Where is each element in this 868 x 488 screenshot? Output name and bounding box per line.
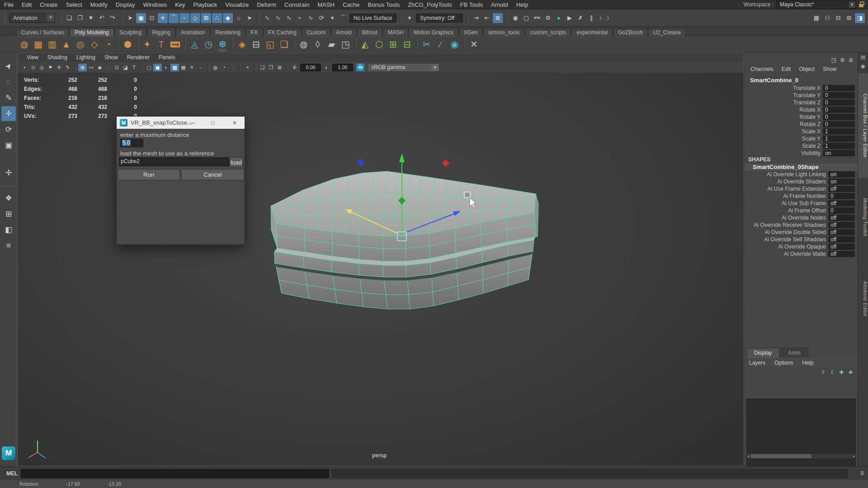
- outliner-persp-layout-icon[interactable]: ≡: [1, 238, 16, 253]
- menu-item[interactable]: Bonus Tools: [364, 0, 404, 9]
- hypershade-icon[interactable]: ●: [554, 13, 564, 23]
- panel-menu-item[interactable]: Panels: [154, 54, 180, 61]
- render-settings-icon[interactable]: ⚙: [543, 13, 553, 23]
- script-editor-icon[interactable]: ≣: [860, 470, 864, 476]
- pin-panel-icon[interactable]: ◳: [831, 57, 836, 63]
- workspace-lock-icon[interactable]: [859, 1, 864, 8]
- show-output-icon[interactable]: ⇤: [482, 13, 492, 23]
- poly-torus-icon[interactable]: ◎: [73, 37, 87, 52]
- menu-item[interactable]: Edit: [18, 0, 36, 9]
- channel-box-strip-icon[interactable]: ▤: [858, 52, 868, 61]
- cancel-button[interactable]: Cancel: [181, 169, 244, 180]
- bookmark-icon[interactable]: ⚑: [46, 64, 55, 71]
- close-button[interactable]: ✕: [227, 117, 242, 129]
- shelf-tab[interactable]: Poly Modeling: [70, 28, 113, 37]
- shelf-tab[interactable]: FX Caching: [263, 28, 302, 37]
- scrollbar-thumb[interactable]: [751, 454, 811, 458]
- extrude-icon[interactable]: ❏: [277, 37, 291, 52]
- layer-strip-icon[interactable]: ◉: [858, 61, 868, 70]
- make-live-icon[interactable]: ∴: [212, 13, 222, 23]
- poly-disc-icon[interactable]: ◔: [101, 37, 115, 52]
- select-by-component-icon[interactable]: ⊡: [147, 13, 157, 23]
- menu-item[interactable]: Windows: [139, 0, 171, 9]
- combine-icon[interactable]: ◈: [235, 37, 249, 52]
- maximize-button[interactable]: □: [205, 117, 221, 129]
- shelf-tab[interactable]: FX: [246, 28, 263, 37]
- mirror-icon[interactable]: ◭: [358, 37, 372, 52]
- menu-item[interactable]: Arnold: [487, 0, 512, 9]
- connect-icon[interactable]: ∕: [434, 37, 448, 52]
- snap-to-projected-center-icon[interactable]: ◇: [190, 13, 200, 23]
- move-layer-down-icon[interactable]: ⇩: [830, 369, 835, 375]
- platonic-solid-icon[interactable]: ⬢: [121, 37, 135, 52]
- menu-item[interactable]: Create: [36, 0, 61, 9]
- shelf-tab[interactable]: Custom: [302, 28, 330, 37]
- collapse-arrow-icon[interactable]: ❭: [599, 15, 602, 20]
- layer-editor-tab[interactable]: Display: [746, 348, 779, 358]
- poly-cylinder-icon[interactable]: ▥: [45, 37, 59, 52]
- history-curve-icon[interactable]: ∿: [273, 13, 283, 23]
- sweep-mesh-icon[interactable]: ✦: [140, 37, 154, 52]
- delete-edge-icon[interactable]: ✕: [467, 37, 481, 52]
- set-time-icon[interactable]: ◷: [202, 37, 216, 52]
- shelf-tab[interactable]: Curves / Surfaces: [16, 28, 69, 37]
- magnet-icon[interactable]: ⌒: [338, 13, 348, 23]
- field-chart-icon[interactable]: ⊡: [113, 64, 121, 71]
- two-pane-layout-icon[interactable]: ◧: [1, 222, 16, 237]
- select-camera-icon[interactable]: ▪: [20, 64, 29, 71]
- exposure-field[interactable]: 0.00: [300, 64, 321, 71]
- shape-node-name[interactable]: SmartCombine_0Shape: [745, 164, 858, 171]
- new-scene-icon[interactable]: ❏: [64, 13, 74, 23]
- create-empty-layer-icon[interactable]: ✚: [839, 369, 844, 375]
- shelf-tab[interactable]: XGen: [459, 28, 483, 37]
- four-pane-layout-icon[interactable]: ⊞: [1, 206, 16, 221]
- construction-plane-icon[interactable]: ◬: [188, 37, 202, 52]
- toolbar-separator[interactable]: [257, 12, 260, 24]
- edit-camera-icon[interactable]: ✎: [63, 64, 72, 71]
- lighting-icon[interactable]: ☀: [188, 64, 196, 71]
- symmetry-dropdown-icon[interactable]: ▾: [405, 13, 415, 23]
- channel-box-menu-item[interactable]: Show: [819, 66, 840, 72]
- lock-icon[interactable]: ⌂: [234, 13, 244, 23]
- lock-camera-icon[interactable]: ⊙: [29, 64, 38, 71]
- view-transform-dropdown[interactable]: sRGB gamma ▼: [367, 63, 439, 72]
- toolbar-separator[interactable]: [505, 12, 508, 24]
- single-pane-layout-icon[interactable]: ❖: [1, 191, 16, 206]
- ambient-occlusion-icon[interactable]: ◍: [211, 64, 220, 71]
- channel-box-menu-item[interactable]: Edit: [778, 66, 795, 72]
- live-surface-field[interactable]: No Live Surface: [349, 14, 396, 23]
- shelf-tab[interactable]: experimental: [571, 28, 613, 37]
- poly-cone-icon[interactable]: ▲: [59, 37, 73, 52]
- boolean-icon[interactable]: ◱: [263, 37, 277, 52]
- ipr-render-icon[interactable]: IPR: [532, 13, 542, 23]
- shelf-tab[interactable]: Rendering: [210, 28, 245, 37]
- snap-to-grid-icon[interactable]: ✛: [158, 13, 168, 23]
- menu-item[interactable]: Key: [171, 0, 189, 9]
- image-plane-icon[interactable]: ✢: [55, 64, 63, 71]
- undo-icon[interactable]: ↶: [97, 13, 107, 23]
- command-language-label[interactable]: MEL: [6, 470, 18, 477]
- move-tool-icon[interactable]: ✛: [1, 106, 16, 121]
- isolate-select-icon[interactable]: ⌖: [243, 64, 252, 71]
- scroll-right-icon[interactable]: ▸: [851, 454, 857, 458]
- lasso-tool-icon[interactable]: ◌: [1, 75, 16, 89]
- paint-select-tool-icon[interactable]: ✎: [1, 90, 16, 105]
- horizontal-scrollbar[interactable]: ◂ ▸: [745, 454, 857, 459]
- wireframe-icon[interactable]: ▢: [145, 64, 153, 71]
- poly-sphere-icon[interactable]: ◍: [17, 37, 31, 52]
- multi-cut-icon[interactable]: ✂: [420, 37, 434, 52]
- panel-menu-item[interactable]: Show: [100, 54, 123, 61]
- menu-item[interactable]: ZhCG_PolyTools: [404, 0, 456, 9]
- xray-joints-icon[interactable]: ❐: [267, 64, 275, 71]
- gate-mask-icon[interactable]: ▢: [104, 64, 113, 71]
- shaded-icon[interactable]: ◼: [153, 64, 162, 71]
- xray-active-icon[interactable]: ⊠: [275, 64, 284, 71]
- sidebar-toggle-icon[interactable]: ◨: [855, 13, 865, 23]
- history-refresh-icon[interactable]: ⟳: [316, 13, 326, 23]
- camera-attributes-icon[interactable]: ◎: [38, 64, 46, 71]
- poly-plane-icon[interactable]: ◇: [87, 37, 101, 52]
- render-sequence-icon[interactable]: ▶: [565, 13, 575, 23]
- pause-viewport-icon[interactable]: ∥: [586, 13, 596, 23]
- exposure-icon[interactable]: ✣: [290, 64, 299, 71]
- reduce-icon[interactable]: ⊟: [400, 37, 414, 52]
